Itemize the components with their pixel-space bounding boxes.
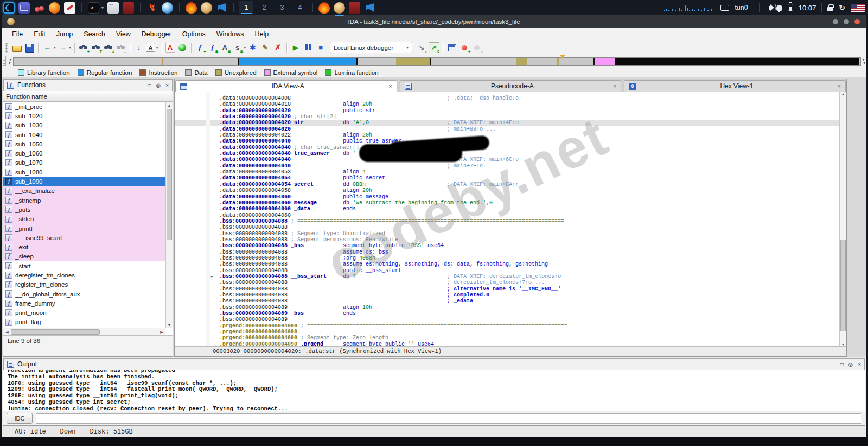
function-row[interactable]: fsub_1020 <box>3 111 165 120</box>
attach-process-icon[interactable]: ↘c <box>416 42 427 53</box>
function-row[interactable]: f_strncmp <box>3 196 165 205</box>
function-row[interactable]: fsub_1070 <box>3 158 165 167</box>
debug-start-icon[interactable]: ▶ <box>290 42 301 53</box>
breakpoint-list-icon[interactable] <box>446 42 457 53</box>
scroll-right-icon[interactable]: ▶ <box>158 330 165 334</box>
search-value-icon[interactable]: # <box>103 42 114 53</box>
nav-back-icon[interactable]: ← <box>42 42 53 53</box>
menu-search[interactable]: Search <box>79 29 110 39</box>
menu-windows[interactable]: Windows <box>212 29 249 39</box>
disasm-line[interactable]: .data:0000000000004040 ; char true_asnwe… <box>175 145 839 151</box>
function-row[interactable]: fsub_1050 <box>3 139 165 148</box>
navband-handle[interactable] <box>3 56 6 66</box>
chevron-down-icon[interactable]: ▾ <box>101 5 104 10</box>
disasm-line[interactable]: .data:0000000000004020 ; char str[2] <box>175 114 839 120</box>
function-row[interactable]: fsub_1040 <box>3 130 165 139</box>
workspace-1[interactable]: 1 <box>239 1 253 14</box>
battery-icon[interactable] <box>788 4 793 11</box>
edit-comment-icon[interactable]: ✎ <box>260 42 271 53</box>
functions-vertical-scrollbar[interactable]: ▲ ▼ <box>165 102 173 328</box>
navband-segment[interactable] <box>14 58 162 65</box>
output-panel-titlebar[interactable]: Output □◎× <box>3 358 865 370</box>
navband-segment[interactable] <box>358 58 395 65</box>
menu-options[interactable]: Options <box>177 29 210 39</box>
burp-app-icon[interactable]: ↯ <box>146 2 158 14</box>
navband-segment[interactable] <box>595 58 615 65</box>
rename-box-icon[interactable]: A <box>146 43 155 52</box>
disasm-line[interactable]: .bss:0000000000004089 _bss ends <box>175 311 839 316</box>
restore-icon[interactable]: □ <box>148 82 151 88</box>
function-row[interactable]: f_sleep <box>3 252 165 261</box>
disasm-line[interactable]: .prgend:0000000000004090 .prgend segment… <box>175 341 839 346</box>
menu-file[interactable]: File <box>7 29 28 39</box>
nav-forward-icon[interactable]: → <box>58 42 68 53</box>
scroll-down-icon[interactable]: ▼ <box>166 321 173 328</box>
disasm-line[interactable]: .bss:0000000000004088 ; Segment permissi… <box>175 237 839 243</box>
edit-function-icon[interactable]: ƒ✱ <box>207 42 218 53</box>
disasm-line[interactable]: .bss:0000000000004088 assume es:nothing,… <box>175 261 839 267</box>
scroll-up-icon[interactable]: ▲ <box>166 102 173 108</box>
navband-left-arrows[interactable]: ◂▸ <box>9 58 11 64</box>
disasm-line[interactable]: .prgend:0000000000004090 ; =============… <box>175 323 839 329</box>
terminal-app-icon[interactable]: >_ <box>88 2 99 14</box>
disasm-line[interactable]: .data:0000000000004060 public message <box>175 194 839 200</box>
disasm-line[interactable]: .data:0000000000004054 public secret <box>175 175 839 181</box>
chevron-down-icon[interactable]: ▾ <box>54 46 56 50</box>
kali-menu-icon[interactable] <box>3 2 15 14</box>
network-interface-label[interactable]: tun0 <box>735 4 748 11</box>
function-row[interactable]: f_puts <box>3 205 165 214</box>
menu-jump[interactable]: Jump <box>52 29 78 39</box>
function-row[interactable]: f_start <box>3 261 165 270</box>
disasm-vertical-scrollbar[interactable]: ▲ ▼ <box>839 92 846 346</box>
functions-panel-titlebar[interactable]: f Functions □◎× <box>3 79 173 91</box>
scroll-up-icon[interactable]: ▲ <box>840 92 846 96</box>
notes-app-icon[interactable] <box>123 2 134 14</box>
volume-icon[interactable] <box>769 6 771 10</box>
function-row[interactable]: fderegister_tm_clones <box>3 270 165 280</box>
disasm-line[interactable]: .bss:0000000000004088 public __bss_start <box>175 268 839 274</box>
navband-segment[interactable] <box>163 58 237 65</box>
delete-breakpoint-icon[interactable]: × <box>471 42 482 53</box>
disasm-line[interactable]: .data:0000000000004040 public true_asnwe… <box>175 138 839 144</box>
desktop-app-icon[interactable] <box>18 2 30 14</box>
scrollbar-thumb[interactable] <box>840 240 846 331</box>
idc-command-input[interactable] <box>36 413 861 424</box>
function-row[interactable]: fregister_tm_clones <box>3 280 165 289</box>
undefine-icon[interactable]: ✗ <box>272 42 283 53</box>
maximize-icon[interactable] <box>844 19 849 24</box>
close-icon[interactable]: × <box>165 82 169 88</box>
function-row[interactable]: fsub_1060 <box>3 148 165 158</box>
session-icon[interactable]: ↻ <box>839 3 845 12</box>
add-breakpoint-icon[interactable]: + <box>459 42 470 53</box>
search-again-icon[interactable]: + <box>78 42 89 53</box>
scrollbar-thumb[interactable] <box>167 109 172 240</box>
disasm-line[interactable]: .bss:0000000000004088 ; Alternative name… <box>175 286 839 292</box>
function-name-column-header[interactable]: Function name <box>3 91 173 102</box>
disasm-line[interactable]: ▼.bss:0000000000004088 __bss_start db ? … <box>175 274 839 280</box>
function-row[interactable]: fprint_moon <box>3 308 165 318</box>
text-editor-app-icon[interactable] <box>64 2 75 14</box>
function-row[interactable]: f_exit <box>3 242 165 251</box>
ida-view-a-content[interactable]: .data:0000000000004008 ; .data:__dso_han… <box>175 92 839 346</box>
connection-status[interactable]: Down <box>60 428 76 436</box>
close-tab-icon[interactable]: × <box>388 83 392 89</box>
search-next-icon[interactable]: → <box>116 42 126 53</box>
disasm-line[interactable]: .bss:0000000000004088 ; completed.0 <box>175 292 839 298</box>
set-colors-icon[interactable]: A <box>165 43 175 53</box>
function-row[interactable]: fframe_dummy <box>3 299 165 308</box>
run-cursor-icon[interactable]: ↗c <box>429 42 439 53</box>
disasm-line[interactable]: .data:0000000000004010 align 20h <box>175 101 839 107</box>
function-row[interactable]: f_printf <box>3 224 165 233</box>
ida-app-icon[interactable] <box>201 2 212 14</box>
restore-icon[interactable]: □ <box>840 361 843 367</box>
clock[interactable]: 10:07 <box>799 4 816 12</box>
current-position-marker[interactable] <box>560 55 565 62</box>
menu-debugger[interactable]: Debugger <box>137 29 176 39</box>
function-row[interactable]: fsub_1030 <box>3 121 165 130</box>
navband-segment[interactable] <box>527 58 557 65</box>
navband-segment[interactable] <box>239 58 356 65</box>
running-vscode-app-icon[interactable] <box>364 2 375 14</box>
vscode-app-icon[interactable] <box>216 2 227 14</box>
maltego-app-icon[interactable] <box>162 2 173 14</box>
function-row[interactable]: f__do_global_dtors_aux <box>3 289 165 299</box>
